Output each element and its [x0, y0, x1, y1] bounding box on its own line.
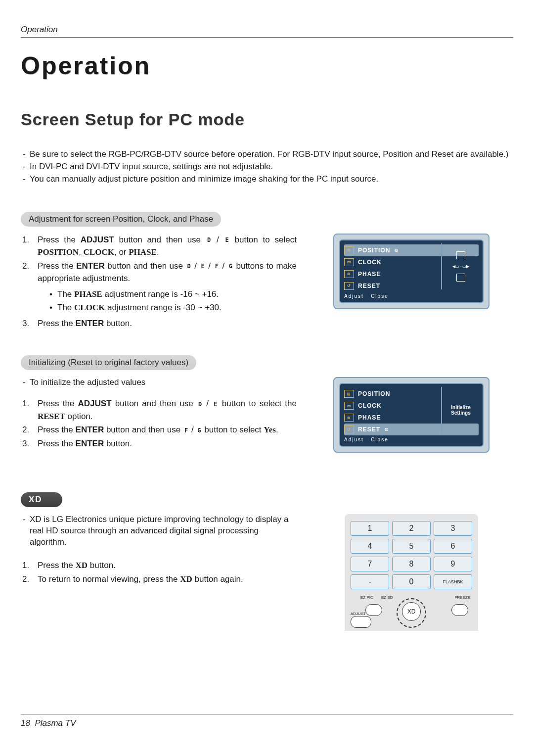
phase-icon: ≋ [344, 270, 354, 278]
keypad-button: 4 [351, 539, 389, 554]
step-item: Press the ADJUST button and then use D /… [32, 234, 297, 259]
step-item: Press the ENTER button. [32, 437, 297, 450]
keypad-button: 7 [351, 557, 389, 571]
keypad-button-flashbk: FLASHBK [434, 574, 472, 589]
step-item: To return to normal viewing, press the X… [32, 573, 297, 586]
page-title: Operation [21, 51, 513, 80]
osd-screenshot-reset: ⊞POSITION ▭CLOCK ≋PHASE ↺RESET G Initial… [333, 377, 490, 453]
step-item: Press the ENTER button and then use D / … [32, 260, 297, 314]
keypad-button: 1 [351, 521, 389, 536]
clock-icon: ▭ [344, 258, 354, 266]
monitor-icon [456, 251, 465, 259]
position-icon: ⊞ [344, 390, 354, 398]
page-subtitle: Screen Setup for PC mode [21, 110, 513, 129]
phase-icon: ≋ [344, 414, 354, 422]
keypad-button: 5 [392, 539, 431, 554]
remote-control-illustration: 1 2 3 4 5 6 7 8 9 - 0 FLASHBK EZ PIC EZ … [345, 514, 478, 631]
keypad-button: - [351, 574, 389, 589]
keypad-button: 3 [434, 521, 472, 536]
xd-button: XD [402, 602, 421, 621]
keypad-button: 2 [392, 521, 431, 536]
reset-icon: ↺ [344, 282, 354, 290]
step-item: Press the ENTER button and then use F / … [32, 424, 297, 436]
lead-bullet: To initialize the adjusted values [21, 377, 297, 388]
ezsd-label: EZ SD [381, 595, 393, 600]
running-header: Operation [21, 25, 513, 38]
step-item: Press the ENTER button. [32, 317, 297, 330]
section-heading-pill: Adjustment for screen Position, Clock, a… [21, 212, 221, 227]
sub-bullet: The CLOCK adjustment range is -30 ~ +30. [49, 301, 297, 314]
ezpic-button [365, 604, 382, 616]
initialize-label: Initialize Settings [442, 405, 480, 416]
intro-bullet: Be sure to select the RGB-PC/RGB-DTV sou… [21, 149, 513, 160]
position-icon: ⊞ [344, 246, 354, 254]
keypad-button: 9 [434, 557, 472, 571]
ezpic-label: EZ PIC [360, 595, 373, 600]
keypad-button: 8 [392, 557, 431, 571]
steps-list: Press the ADJUST button and then use D /… [21, 234, 297, 330]
page-number: 18 [21, 718, 30, 728]
adjust-button [351, 616, 371, 628]
lead-bullet: XD is LG Electronics unique picture impr… [21, 514, 297, 548]
page-footer: 18 Plasma TV [21, 714, 513, 728]
intro-bullet: You can manually adjust picture position… [21, 174, 513, 185]
sub-bullet: The PHASE adjustment range is -16 ~ +16. [49, 288, 297, 301]
footer-label: Plasma TV [35, 718, 76, 728]
section-heading-pill: Initializing (Reset to original factory … [21, 355, 196, 370]
step-item: Press the XD button. [32, 559, 297, 572]
steps-list: Press the XD button. To return to normal… [21, 559, 297, 585]
osd-screenshot-position: ⊞POSITION G ▭CLOCK ≋PHASE ↺RESET ◀▭ · ▭▶… [333, 234, 490, 309]
freeze-button [451, 604, 468, 616]
intro-bullets: Be sure to select the RGB-PC/RGB-DTV sou… [21, 149, 513, 185]
freeze-label: FREEZE [454, 595, 470, 600]
monitor-icon [456, 274, 465, 282]
section-heading-pill-dark: XD [21, 492, 62, 507]
keypad-button: 6 [434, 539, 472, 554]
clock-icon: ▭ [344, 402, 354, 410]
step-item: Press the ADJUST button and then use D /… [32, 397, 297, 423]
intro-bullet: In DVI-PC and DVI-DTV input source, sett… [21, 161, 513, 173]
steps-list: Press the ADJUST button and then use D /… [21, 397, 297, 450]
keypad-button: 0 [392, 574, 431, 589]
adjust-label: ADJUST [351, 612, 366, 616]
reset-icon: ↺ [344, 425, 354, 433]
